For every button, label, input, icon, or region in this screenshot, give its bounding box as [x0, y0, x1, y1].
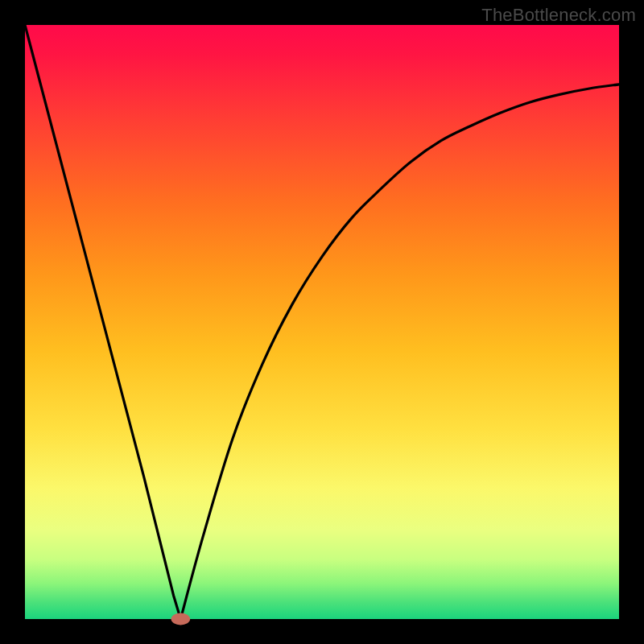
curve-path [25, 25, 619, 619]
minimum-marker [171, 613, 191, 625]
watermark-text: TheBottleneck.com [481, 5, 636, 26]
chart-frame: TheBottleneck.com [0, 0, 644, 644]
chart-plot-area [25, 25, 619, 619]
bottleneck-curve [25, 25, 619, 619]
